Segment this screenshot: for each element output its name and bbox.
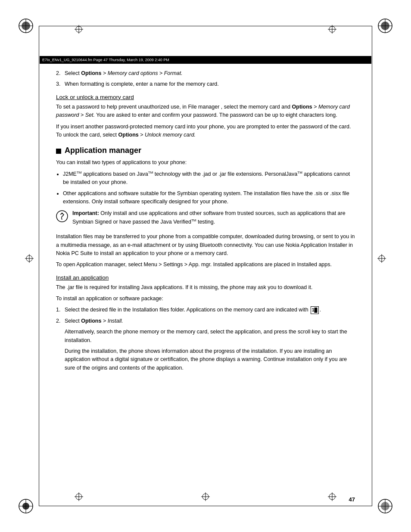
- memory-card-icon: 1█: [311, 306, 319, 314]
- content-area: 2. Select Options > Memory card options …: [56, 67, 355, 489]
- border-bottom: [39, 506, 372, 506]
- header-bar: E7Ix_ENv1_UG_9210644.fm Page 47 Thursday…: [40, 56, 371, 64]
- install-step-2-text: Select Options > Install.: [65, 317, 123, 325]
- app-manager-heading: Application manager: [56, 146, 355, 155]
- step-2-text: Select Options > Memory card options > F…: [65, 69, 183, 78]
- crosshair-top-left: [75, 25, 83, 35]
- important-icon: [56, 210, 68, 222]
- install-section-heading: Install an application: [56, 274, 355, 281]
- app-manager-bullets: J2METM applications based on JavaTM tech…: [63, 170, 355, 206]
- crosshair-mid-right: [377, 254, 386, 264]
- install-step-2-sub1: Alternatively, search the phone memory o…: [65, 328, 355, 345]
- lock-para2: If you insert another password-protected…: [56, 123, 355, 140]
- black-square-icon: [56, 149, 61, 154]
- bullet-item-1: J2METM applications based on JavaTM tech…: [63, 170, 355, 187]
- intro-steps: 2. Select Options > Memory card options …: [56, 69, 355, 89]
- app-manager-section: Application manager You can install two …: [56, 146, 355, 269]
- app-manager-intro: You can install two types of application…: [56, 159, 355, 167]
- important-text: Important: Only install and use applicat…: [72, 209, 355, 226]
- install-step-1-text: Select the desired file in the Installat…: [65, 306, 321, 314]
- install-step-2: 2. Select Options > Install.: [56, 317, 355, 325]
- border-right: [372, 26, 372, 506]
- install-step-1: 1. Select the desired file in the Instal…: [56, 306, 355, 314]
- app-manager-para3: Installation files may be transferred to…: [56, 233, 355, 258]
- crosshair-bot-center: [201, 492, 210, 503]
- page-number: 47: [349, 496, 355, 503]
- lock-section: Lock or unlock a memory card To set a pa…: [56, 94, 355, 140]
- crosshair-mid-left: [25, 254, 34, 264]
- important-box: Important: Only install and use applicat…: [56, 209, 355, 229]
- install-steps: 1. Select the desired file in the Instal…: [56, 306, 355, 325]
- install-step-num-1: 1.: [56, 306, 63, 314]
- step-num-2: 2.: [56, 69, 63, 78]
- step-num-3: 3.: [56, 80, 63, 88]
- step-3-text: When formatting is complete, enter a nam…: [65, 80, 219, 88]
- corner-mark-tr: [377, 18, 393, 34]
- header-text: E7Ix_ENv1_UG_9210644.fm Page 47 Thursday…: [42, 58, 169, 62]
- lock-para1: To set a password to help prevent unauth…: [56, 103, 355, 120]
- border-left: [39, 26, 39, 506]
- install-para1: The .jar file is required for installing…: [56, 283, 355, 292]
- crosshair-bot-left: [75, 492, 83, 503]
- intro-step-2: 2. Select Options > Memory card options …: [56, 69, 355, 78]
- border-top: [39, 26, 372, 26]
- app-manager-para4: To open Application manager, select Menu…: [56, 261, 355, 269]
- install-section: Install an application The .jar file is …: [56, 274, 355, 372]
- bullet-item-2: Other applications and software suitable…: [63, 190, 355, 206]
- intro-step-3: 3. When formatting is complete, enter a …: [56, 80, 355, 88]
- install-step-2-sub2: During the installation, the phone shows…: [65, 347, 355, 372]
- corner-mark-tl: [18, 18, 34, 34]
- crosshair-bot-right: [328, 492, 336, 503]
- page: E7Ix_ENv1_UG_9210644.fm Page 47 Thursday…: [0, 0, 411, 532]
- corner-mark-br: [377, 498, 393, 514]
- svg-point-38: [62, 213, 63, 214]
- lock-section-heading: Lock or unlock a memory card: [56, 94, 355, 100]
- install-para2: To install an application or software pa…: [56, 295, 355, 303]
- crosshair-top-right: [328, 25, 336, 35]
- corner-mark-bl: [18, 498, 34, 514]
- install-step-num-2: 2.: [56, 317, 63, 325]
